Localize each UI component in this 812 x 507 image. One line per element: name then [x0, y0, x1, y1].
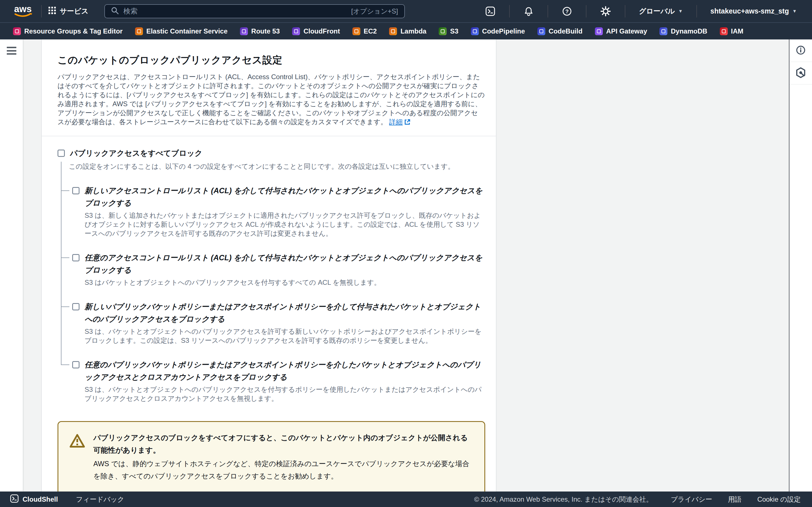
service-icon	[595, 27, 603, 35]
divider	[509, 5, 510, 17]
amazon-q-icon	[795, 67, 806, 79]
sub-setting-checkbox[interactable]	[72, 303, 80, 311]
topnav-right-group: ? グローバル ▼ shtakeuc+aws-smz_stg ▼	[478, 5, 804, 17]
account-menu[interactable]: shtakeuc+aws-smz_stg ▼	[704, 7, 804, 15]
learn-more-link[interactable]: 詳細	[389, 118, 410, 126]
notifications-bell-button[interactable]	[516, 6, 541, 16]
divider	[586, 5, 587, 17]
service-glyph	[294, 29, 298, 33]
sub-setting-checkbox[interactable]	[72, 361, 80, 369]
amazon-q-panel-button[interactable]	[790, 62, 812, 84]
favorite-service-shortcut[interactable]: CloudFront	[292, 27, 340, 35]
service-icon	[292, 27, 300, 35]
favorite-service-label: Lambda	[400, 27, 426, 35]
favorite-service-shortcut[interactable]: Lambda	[389, 27, 426, 35]
search-input[interactable]: 検索 [オプション+S]	[104, 4, 405, 18]
warning-content: パブリックアクセスのブロックをすべてオフにすると、このバケットとバケット内のオブ…	[93, 432, 473, 492]
service-glyph	[441, 29, 445, 33]
service-icon	[538, 27, 545, 35]
cloudshell-label: CloudShell	[22, 496, 58, 503]
sub-settings-tree: この設定をオンにすることは、以下の 4 つの設定をすべてオンにすることと同じです…	[61, 162, 485, 405]
block-all-row: パブリックアクセスをすべてブロック	[57, 148, 485, 158]
sub-settings-list: 新しいアクセスコントロールリスト (ACL) を介して付与されたバケットとオブジ…	[61, 184, 485, 403]
info-icon	[796, 45, 806, 56]
cloudshell-footer-button[interactable]: CloudShell	[10, 494, 58, 504]
sub-setting-checkbox[interactable]	[72, 187, 80, 194]
chevron-down-icon: ▼	[678, 9, 683, 14]
sub-setting-label[interactable]: 新しいパブリックバケットポリシーまたはアクセスポイントポリシーを介して付与された…	[85, 300, 485, 325]
public-access-warning-alert: パブリックアクセスのブロックをすべてオフにすると、このバケットとバケット内のオブ…	[57, 421, 485, 492]
main-shell: このバケットのブロックパブリックアクセス設定 パブリックアクセスは、アクセスコン…	[0, 40, 812, 492]
sub-setting-text: 新しいアクセスコントロールリスト (ACL) を介して付与されたバケットとオブジ…	[85, 184, 485, 238]
favorite-service-shortcut[interactable]: S3	[439, 27, 458, 35]
cloudshell-button[interactable]	[478, 6, 502, 16]
sub-setting-label[interactable]: 新しいアクセスコントロールリスト (ACL) を介して付与されたバケットとオブジ…	[85, 184, 485, 209]
chevron-down-icon: ▼	[792, 9, 797, 14]
sub-setting-checkbox[interactable]	[72, 254, 80, 262]
panel-header: このバケットのブロックパブリックアクセス設定 パブリックアクセスは、アクセスコン…	[42, 40, 496, 136]
favorite-service-label: IAM	[731, 27, 744, 35]
sub-setting-text: 任意のアクセスコントロールリスト (ACL) を介して付与されたバケットとオブジ…	[85, 251, 485, 287]
footer-legal-link[interactable]: Cookie の設定	[757, 495, 801, 504]
sub-setting-description: S3 は、バケットとオブジェクトへのパブリックアクセスを許可する新しいバケットポ…	[85, 327, 485, 345]
settings-gear-button[interactable]	[593, 6, 618, 16]
service-glyph	[137, 29, 141, 33]
footer-links: プライバシー用語Cookie の設定	[671, 495, 801, 504]
service-glyph	[722, 29, 726, 33]
service-icon	[352, 27, 360, 35]
sub-setting-row: 新しいパブリックバケットポリシーまたはアクセスポイントポリシーを介して付与された…	[61, 300, 485, 345]
services-label: サービス	[60, 6, 89, 16]
warning-body: AWS では、静的ウェブサイトホスティングなど、特定の検証済みのユースケースでパ…	[93, 457, 471, 482]
region-selector[interactable]: グローバル ▼	[632, 6, 689, 16]
service-glyph	[661, 29, 665, 33]
service-glyph	[473, 29, 477, 33]
footer-left-group: CloudShell フィードバック	[10, 494, 124, 504]
grid-icon	[49, 7, 56, 16]
favorite-service-shortcut[interactable]: CodeBuild	[538, 27, 582, 35]
panel-description-text: パブリックアクセスは、アクセスコントロールリスト (ACL、Access Con…	[57, 73, 485, 126]
divider	[625, 5, 625, 17]
divider	[696, 5, 697, 17]
divider	[548, 5, 548, 17]
favorite-service-shortcut[interactable]: Resource Groups & Tag Editor	[13, 27, 123, 35]
account-label: shtakeuc+aws-smz_stg	[711, 7, 789, 15]
block-all-label[interactable]: パブリックアクセスをすべてブロック	[70, 148, 202, 158]
service-icon	[389, 27, 397, 35]
favorite-service-label: DynamoDB	[671, 27, 707, 35]
help-button[interactable]: ?	[555, 6, 579, 16]
hamburger-menu-icon[interactable]	[7, 47, 16, 55]
favorite-service-shortcut[interactable]: Elastic Container Service	[135, 27, 227, 35]
service-icon	[439, 27, 447, 35]
sub-setting-label[interactable]: 任意のアクセスコントロールリスト (ACL) を介して付与されたバケットとオブジ…	[85, 251, 485, 276]
sub-setting-row: 任意のアクセスコントロールリスト (ACL) を介して付与されたバケットとオブジ…	[61, 251, 485, 287]
block-public-access-form: パブリックアクセスをすべてブロック この設定をオンにすることは、以下の 4 つの…	[42, 136, 496, 492]
footer-legal-link[interactable]: 用語	[728, 495, 742, 504]
service-glyph	[597, 29, 601, 33]
favorite-service-shortcut[interactable]: API Gateway	[595, 27, 647, 35]
region-label: グローバル	[639, 6, 675, 16]
service-glyph	[391, 29, 395, 33]
search-placeholder: 検索	[123, 6, 347, 16]
footer-legal-link[interactable]: プライバシー	[671, 495, 712, 504]
favorite-service-shortcut[interactable]: EC2	[352, 27, 377, 35]
favorite-service-label: API Gateway	[606, 27, 647, 35]
top-navigation-bar: aws サービス 検索 [オプション+S]	[0, 0, 812, 22]
aws-logo[interactable]: aws	[13, 4, 35, 19]
service-icon	[471, 27, 479, 35]
info-panel-button[interactable]	[790, 40, 812, 62]
warning-title: パブリックアクセスのブロックをすべてオフにすると、このバケットとバケット内のオブ…	[93, 432, 473, 456]
feedback-link[interactable]: フィードバック	[76, 495, 124, 504]
left-sidebar-rail	[0, 40, 23, 492]
services-menu-button[interactable]: サービス	[49, 6, 89, 16]
favorite-service-label: CodePipeline	[482, 27, 525, 35]
favorites-shortcut-bar: Resource Groups & Tag Editor Elastic Con…	[0, 22, 812, 40]
favorite-service-shortcut[interactable]: CodePipeline	[471, 27, 525, 35]
favorite-service-label: Route 53	[251, 27, 280, 35]
sub-setting-label[interactable]: 任意のパブリックバケットポリシーまたはアクセスポイントポリシーを介したバケットと…	[85, 358, 485, 383]
service-icon	[240, 27, 248, 35]
search-shortcut-hint: [オプション+S]	[351, 7, 398, 16]
favorite-service-shortcut[interactable]: Route 53	[240, 27, 280, 35]
block-all-checkbox[interactable]	[57, 150, 65, 157]
favorite-service-shortcut[interactable]: IAM	[720, 27, 744, 35]
favorite-service-shortcut[interactable]: DynamoDB	[659, 27, 707, 35]
